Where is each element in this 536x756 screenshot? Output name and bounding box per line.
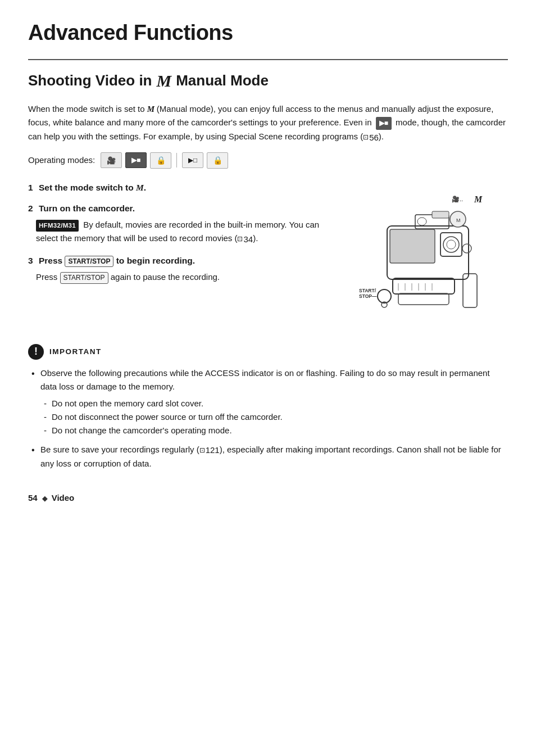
important-bullet-list: Observe the following precautions while … bbox=[28, 366, 508, 471]
section-divider bbox=[28, 59, 508, 60]
svg-rect-16 bbox=[432, 211, 449, 218]
svg-point-8 bbox=[417, 218, 426, 225]
start-stop-key-body: START/STOP bbox=[60, 272, 108, 284]
important-bullet-2: Be sure to save your recordings regularl… bbox=[28, 443, 508, 471]
svg-rect-9 bbox=[393, 278, 455, 294]
step-3-header: 3 Press START/STOP to begin recording. bbox=[28, 254, 339, 267]
mode-hd-camera-icon: 🎥 bbox=[107, 155, 116, 166]
step-2: 2 Turn on the camcorder. HFM32/M31 By de… bbox=[28, 202, 339, 246]
section-title: Shooting Video in M Manual Mode bbox=[28, 68, 508, 93]
mode-separator bbox=[176, 153, 177, 168]
important-title: IMPORTANT bbox=[49, 346, 102, 357]
step-3-number: 3 bbox=[28, 256, 33, 265]
image-column: M 🎥.. START/ STOP— bbox=[351, 181, 508, 333]
important-sub-item-1-2: Do not disconnect the power source or tu… bbox=[40, 410, 508, 424]
model-badge: HFM32/M31 bbox=[36, 220, 79, 231]
svg-point-11 bbox=[378, 289, 391, 303]
important-bullet-2-page-ref: ⊡121 bbox=[199, 443, 220, 457]
step-3-body: Press START/STOP again to pause the reco… bbox=[28, 270, 339, 284]
camcorder-illustration: M 🎥.. START/ STOP— bbox=[353, 187, 505, 333]
important-bullet-1-text: Observe the following precautions while … bbox=[40, 368, 490, 391]
svg-text:M: M bbox=[456, 218, 461, 223]
intro-paragraph: When the mode switch is set to M (Manual… bbox=[28, 102, 508, 144]
svg-text:START/: START/ bbox=[359, 288, 376, 293]
svg-text:🎥..: 🎥.. bbox=[452, 195, 463, 203]
step-3-body-prefix: Press bbox=[36, 272, 57, 282]
step-2-body: HFM32/M31 By default, movies are recorde… bbox=[28, 218, 339, 246]
footer-page-number: 54 bbox=[28, 492, 38, 505]
intro-text1: When the mode switch is set to bbox=[28, 104, 145, 114]
mode-scn-icon: ▶■ bbox=[131, 155, 140, 165]
operating-modes-row: Operating modes: 🎥 ▶■ 🔒 ▶□ 🔒 bbox=[28, 152, 508, 169]
important-sub-item-1-1: Do not open the memory card slot cover. bbox=[40, 397, 508, 410]
important-sub-item-1-3: Do not change the camcorder's operating … bbox=[40, 424, 508, 437]
step-3-body-suffix: again to pause the recording. bbox=[111, 272, 220, 282]
footer-diamond-icon: ◆ bbox=[42, 494, 47, 504]
mode-photo-playback: 🔒 bbox=[207, 152, 228, 169]
operating-modes-label: Operating modes: bbox=[28, 154, 95, 167]
mode-photo: 🔒 bbox=[150, 152, 171, 169]
section-title-M: M bbox=[157, 68, 172, 93]
intro-M-symbol: M bbox=[147, 105, 157, 114]
mode-hd-playback-icon: ▶□ bbox=[188, 155, 197, 165]
step-1: 1 Set the mode switch to M. bbox=[28, 181, 339, 194]
mode-photo-icon: 🔒 bbox=[156, 155, 166, 166]
svg-point-6 bbox=[447, 240, 456, 249]
start-stop-key-header: START/STOP bbox=[65, 256, 113, 267]
mode-hd-camera: 🎥 bbox=[101, 152, 122, 168]
important-icon: ! bbox=[28, 344, 44, 360]
svg-rect-10 bbox=[398, 293, 449, 305]
section-title-suffix: Manual Mode bbox=[176, 70, 269, 92]
step-2-header: 2 Turn on the camcorder. bbox=[28, 202, 339, 215]
section-title-prefix: Shooting Video in bbox=[28, 70, 152, 92]
step-3-header-prefix: Press bbox=[39, 256, 62, 265]
intro-page-ref: ⊡56 bbox=[363, 131, 379, 144]
scn-mode-inline-icon: ▶■ bbox=[376, 117, 392, 130]
mode-photo-playback-icon: 🔒 bbox=[213, 155, 222, 166]
step-2-number: 2 bbox=[28, 203, 33, 213]
step-2-page-ref: ⊡34 bbox=[237, 233, 253, 246]
step-1-number: 1 bbox=[28, 183, 33, 192]
steps-column: 1 Set the mode switch to M. 2 Turn on th… bbox=[28, 181, 339, 333]
step-2-header-text: Turn on the camcorder. bbox=[39, 203, 135, 213]
footer-label: Video bbox=[52, 492, 75, 505]
mode-hd-playback: ▶□ bbox=[182, 152, 203, 168]
step-1-header: 1 Set the mode switch to M. bbox=[28, 181, 339, 194]
step-1-text: Set the mode switch to M. bbox=[39, 183, 146, 192]
svg-point-17 bbox=[462, 244, 471, 253]
important-header: ! IMPORTANT bbox=[28, 344, 508, 360]
important-section: ! IMPORTANT Observe the following precau… bbox=[28, 344, 508, 471]
svg-point-5 bbox=[443, 237, 459, 252]
content-columns: 1 Set the mode switch to M. 2 Turn on th… bbox=[28, 181, 508, 333]
important-bullet-1: Observe the following precautions while … bbox=[28, 366, 508, 437]
important-sub-list-1: Do not open the memory card slot cover. … bbox=[40, 397, 508, 437]
svg-text:STOP—: STOP— bbox=[359, 293, 377, 299]
footer-row: 54 ◆ Video bbox=[28, 487, 508, 505]
page-title: Advanced Functions bbox=[28, 17, 508, 49]
mode-scn: ▶■ bbox=[125, 152, 147, 168]
svg-text:M: M bbox=[474, 194, 483, 204]
step-3: 3 Press START/STOP to begin recording. P… bbox=[28, 254, 339, 284]
step-3-header-suffix: to begin recording. bbox=[116, 256, 195, 265]
svg-rect-3 bbox=[390, 229, 435, 263]
important-bullet-2-text: Be sure to save your recordings regularl… bbox=[40, 445, 199, 454]
